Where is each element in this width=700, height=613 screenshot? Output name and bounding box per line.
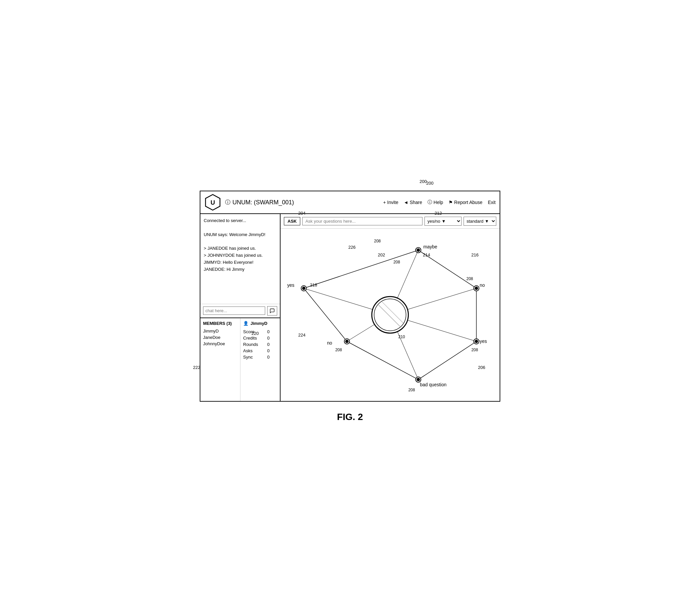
svg-text:208: 208 [471, 348, 478, 352]
info-icon: ⓘ [225, 199, 231, 206]
svg-point-22 [475, 340, 478, 343]
list-item: JimmyD [203, 328, 237, 334]
left-panel: Connected to server... UNUM says: Welcom… [200, 214, 281, 401]
help-button[interactable]: ⓘ Help [427, 199, 443, 205]
members-header: MEMBERS (3) [203, 321, 237, 326]
ref-label-224: 224 [298, 332, 306, 338]
exit-button[interactable]: Exit [488, 200, 496, 205]
svg-text:208: 208 [335, 348, 342, 352]
invite-button[interactable]: + Invite [383, 200, 399, 205]
ref-label-226: 226 [348, 245, 356, 250]
svg-line-6 [304, 288, 347, 341]
invite-label: Invite [387, 200, 398, 205]
members-list: MEMBERS (3) JimmyD JaneDoe JohnnyDoe [200, 318, 241, 401]
svg-point-31 [372, 297, 408, 333]
svg-point-25 [302, 287, 306, 290]
ref-200: 200 [426, 181, 433, 186]
stat-value-credits: 0 [267, 336, 277, 341]
right-panel: ASK yes/no ▼ yes/no/maybe scale standard… [281, 214, 500, 401]
help-label: Help [433, 200, 443, 205]
stat-row-rounds: Rounds 0 [243, 341, 277, 348]
ref-label-222: 222 [193, 365, 200, 370]
svg-text:208: 208 [393, 260, 400, 264]
chat-input[interactable] [203, 306, 265, 315]
svg-line-5 [347, 341, 418, 380]
ref-label-214: 214 [423, 252, 430, 258]
stat-value-score: 0 [267, 329, 277, 334]
stat-row-sync: Sync 0 [243, 354, 277, 360]
swarm-label: UNUM: (SWARM_001) [232, 199, 294, 206]
logo-hexagon: U [204, 194, 221, 211]
node-label-no-bottom-left: no [327, 340, 332, 345]
node-label-maybe: maybe [423, 244, 437, 249]
node-label-bad-question: bad question [420, 382, 446, 387]
ask-bar: ASK yes/no ▼ yes/no/maybe scale standard… [281, 214, 500, 229]
main-ui-box: U ⓘ UNUM: (SWARM_001) + Invite ◄ Share ⓘ… [200, 191, 500, 402]
user-stats-panel: 👤 JimmyD Score 0 Credits 0 Rounds [241, 318, 280, 401]
header-title: ⓘ UNUM: (SWARM_001) [225, 199, 379, 206]
ask-button[interactable]: ASK [284, 217, 300, 225]
chat-send-button[interactable] [267, 306, 277, 315]
list-item: JohnnyDoe [203, 341, 237, 347]
ref-label-200: 200 [419, 179, 427, 184]
svg-point-20 [417, 248, 420, 252]
ask-input[interactable] [302, 217, 423, 225]
ref-208-top: 208 [374, 239, 381, 244]
figure-caption: FIG. 2 [337, 412, 363, 422]
svg-text:208: 208 [467, 276, 473, 281]
ref-label-206: 206 [478, 365, 485, 370]
chat-message: JIMMYD: Hello Everyone! [204, 259, 276, 266]
chat-message: > JANEDOE has joined us. [204, 245, 276, 252]
username: JimmyD [250, 321, 268, 326]
stat-row-score: Score 0 [243, 328, 277, 335]
user-stats-header: 👤 JimmyD [243, 321, 277, 326]
svg-line-7 [304, 250, 418, 288]
header-bar: U ⓘ UNUM: (SWARM_001) + Invite ◄ Share ⓘ… [200, 191, 500, 214]
main-content: Connected to server... UNUM says: Welcom… [200, 214, 500, 401]
stat-value-sync: 0 [267, 355, 277, 360]
stat-label-asks: Asks [243, 348, 267, 353]
header-actions: + Invite ◄ Share ⓘ Help ⚑ Report Abuse E… [383, 199, 496, 205]
svg-text:U: U [210, 199, 215, 206]
share-button[interactable]: ◄ Share [404, 200, 422, 205]
chat-message: UNUM says: Welcome JimmyD! [204, 231, 276, 238]
outer-wrapper: 200 U ⓘ UNUM: (SWARM_001) + Invite [200, 191, 500, 402]
node-label-no-right-top: no [480, 283, 485, 288]
report-label: Report Abuse [454, 200, 483, 205]
mode-select[interactable]: standard ▼ weighted anonymous [464, 217, 496, 226]
exit-label: Exit [488, 200, 496, 205]
stat-row-asks: Asks 0 [243, 348, 277, 354]
svg-text:208: 208 [409, 388, 415, 392]
chat-message: JANEDOE: Hi Jimmy [204, 266, 276, 273]
invite-icon: + [383, 200, 386, 205]
share-icon: ◄ [404, 200, 409, 205]
svg-point-23 [417, 378, 420, 381]
chat-message: Connected to server... [204, 217, 276, 224]
stat-row-credits: Credits 0 [243, 335, 277, 341]
chat-message: > JOHNNYDOE has joined us. [204, 252, 276, 259]
stat-value-asks: 0 [267, 348, 277, 353]
ref-label-220: 220 [251, 331, 259, 336]
list-item: JaneDoe [203, 334, 237, 341]
ref-label-202: 202 [378, 252, 385, 258]
svg-line-4 [418, 341, 476, 380]
node-label-yes-right-bottom: yes [480, 339, 487, 344]
svg-text:210: 210 [399, 335, 405, 339]
chat-input-row [200, 304, 280, 318]
members-area: MEMBERS (3) JimmyD JaneDoe JohnnyDoe 👤 J… [200, 318, 280, 401]
flag-icon: ⚑ [449, 200, 453, 205]
report-button[interactable]: ⚑ Report Abuse [449, 200, 483, 205]
stat-label-rounds: Rounds [243, 342, 267, 347]
stat-label-credits: Credits [243, 336, 267, 341]
voting-area: maybe no yes bad question no yes 208 208… [281, 229, 500, 401]
user-icon: 👤 [243, 321, 248, 326]
svg-point-24 [345, 340, 349, 343]
ref-label-218: 218 [310, 283, 317, 287]
svg-point-21 [475, 287, 478, 290]
ref-label-216: 216 [471, 252, 479, 258]
ref-label-204: 204 [298, 211, 306, 216]
answer-type-select[interactable]: yes/no ▼ yes/no/maybe scale [425, 217, 462, 226]
chat-log: Connected to server... UNUM says: Welcom… [200, 214, 280, 304]
ref-label-212: 212 [435, 211, 442, 216]
node-label-yes-left: yes [287, 283, 295, 288]
